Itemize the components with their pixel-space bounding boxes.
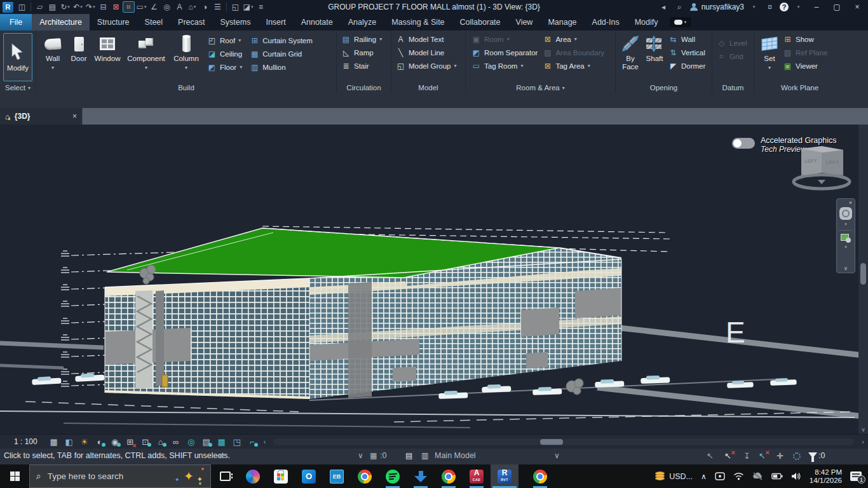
tab-architecture[interactable]: Architecture xyxy=(32,14,90,30)
show-rendering-dialog-icon[interactable]: ◉ xyxy=(107,436,123,447)
opening-by-face-button[interactable]: By Face xyxy=(619,32,642,71)
cart-icon[interactable]: ¤ xyxy=(764,1,776,13)
text-icon[interactable]: A xyxy=(173,1,186,13)
view-tab-close-icon[interactable]: × xyxy=(72,112,77,121)
tab-annotate[interactable]: Annotate xyxy=(294,14,341,30)
copilot-button[interactable] xyxy=(239,464,267,488)
screen-cast-icon[interactable] xyxy=(715,472,725,480)
grid-button[interactable]: ⌗Grid xyxy=(717,50,747,63)
education-app-button[interactable]: EB xyxy=(323,464,351,488)
currency-label[interactable]: USD... xyxy=(669,472,693,481)
crop-view-icon[interactable]: ⊞ xyxy=(123,436,138,447)
tag-by-category-icon[interactable]: ◎ xyxy=(161,1,173,13)
detail-level-icon[interactable]: ▦ xyxy=(46,436,62,447)
accelerated-graphics-toggle[interactable] xyxy=(732,138,755,149)
select-link-icon[interactable]: ↖ xyxy=(707,451,714,461)
navbar-close-icon[interactable]: × xyxy=(849,200,852,206)
tab-view[interactable]: View xyxy=(508,14,541,30)
mullion-button[interactable]: ▥Mullion xyxy=(250,60,313,74)
horizontal-scrollbar[interactable] xyxy=(273,438,854,445)
start-button[interactable] xyxy=(0,464,29,488)
spotify-button[interactable] xyxy=(379,464,407,488)
highlight-displacement-sets-icon[interactable]: ◳ xyxy=(229,436,245,447)
tab-massing-site[interactable]: Massing & Site xyxy=(384,14,452,30)
home-icon[interactable]: ⌂ xyxy=(5,112,10,121)
stair-button[interactable]: ≣Stair xyxy=(341,59,382,72)
tab-collaborate[interactable]: Collaborate xyxy=(452,14,508,30)
navigation-bar[interactable]: × ▾ ▾ ∨ xyxy=(836,198,855,273)
revit-app-icon[interactable]: R xyxy=(3,2,13,13)
vertical-scrollbar[interactable]: ∧ ∨ xyxy=(858,108,868,434)
show-crop-region-icon[interactable]: ⊡ xyxy=(138,436,153,447)
steering-wheel-icon[interactable] xyxy=(839,207,852,220)
area-boundary-button[interactable]: ▨Area Boundary xyxy=(543,46,604,59)
scroll-down-icon[interactable]: ∨ xyxy=(861,425,865,434)
active-design-option-icon[interactable]: ▤ xyxy=(405,451,412,460)
collapse-arrow-icon[interactable]: ◂ xyxy=(658,1,670,13)
chrome-button[interactable] xyxy=(351,464,379,488)
measure-icon[interactable]: ▭▾ xyxy=(135,1,147,13)
user-menu-caret-icon[interactable]: ▾ xyxy=(748,1,760,13)
tab-systems[interactable]: Systems xyxy=(212,14,258,30)
ceiling-button[interactable]: ◪Ceiling xyxy=(207,47,242,60)
modify-button[interactable]: Modify xyxy=(3,33,32,81)
close-inactive-views-icon[interactable]: ◱ xyxy=(229,1,241,13)
reveal-constraints-icon[interactable]: ⌐ xyxy=(245,436,260,447)
door-button[interactable]: Door xyxy=(66,32,92,63)
notification-center-icon[interactable]: 1 xyxy=(850,471,862,481)
worksets-caret-icon[interactable]: ∨ xyxy=(358,451,363,460)
thin-lines-icon[interactable]: ☰ xyxy=(212,1,224,13)
microsoft-store-button[interactable] xyxy=(267,464,295,488)
default-3d-view-icon[interactable]: ⌂▾ xyxy=(186,1,198,13)
minimize-button[interactable]: – xyxy=(808,1,825,13)
tab-insert[interactable]: Insert xyxy=(258,14,293,30)
design-option-name[interactable]: Main Model xyxy=(435,451,476,460)
wheel-menu-caret-icon[interactable]: ▾ xyxy=(844,222,847,227)
tag-room-button[interactable]: ▭Tag Room▾ xyxy=(471,59,538,72)
shadows-icon[interactable]: ◐ xyxy=(92,436,107,447)
temporary-hide-isolate-icon[interactable]: ∞ xyxy=(168,436,184,447)
customize-qat-icon[interactable]: ≡ xyxy=(255,1,267,13)
area-button[interactable]: ⊠Area▾ xyxy=(543,32,604,46)
downloads-button[interactable] xyxy=(407,464,435,488)
visual-style-icon[interactable]: ◧ xyxy=(62,436,77,447)
help-icon[interactable]: ? xyxy=(780,3,789,11)
viewcube[interactable]: LEFT LEFT xyxy=(787,145,857,191)
tray-overflow-icon[interactable]: ∧ xyxy=(701,472,707,481)
switch-windows-icon[interactable]: ◪▾ xyxy=(242,1,254,13)
opening-dormer-button[interactable]: ◤Dormer xyxy=(668,59,705,72)
panel-label-room-area[interactable]: Room & Area▾ xyxy=(466,82,615,93)
level-button[interactable]: ◇Level xyxy=(717,36,747,50)
deselect-elements-icon[interactable]: ↖ xyxy=(724,451,731,461)
tab-steel[interactable]: Steel xyxy=(137,14,171,30)
wall-button[interactable]: Wall▾ xyxy=(39,32,66,72)
chrome-button[interactable] xyxy=(526,464,554,488)
model-text-button[interactable]: AModel Text xyxy=(396,32,457,46)
restore-button[interactable]: ▢ xyxy=(829,1,845,13)
ref-plane-button[interactable]: ▨Ref Plane xyxy=(783,46,828,59)
room-separator-button[interactable]: ◩Room Separator xyxy=(471,46,538,59)
onedrive-paused-icon[interactable] xyxy=(752,472,763,480)
design-option-caret-icon[interactable]: ∨ xyxy=(554,451,560,460)
tab-add-ins[interactable]: Add-Ins xyxy=(585,14,627,30)
editable-worksets-icon[interactable]: ▦ xyxy=(370,451,377,460)
close-button[interactable]: × xyxy=(849,1,865,13)
taskbar-clock[interactable]: 8:42 PM 14/1/2026 xyxy=(810,468,842,485)
tab-precast[interactable]: Precast xyxy=(170,14,212,30)
hscroll-right-icon[interactable]: › xyxy=(862,438,864,445)
curtain-system-button[interactable]: ⊞Curtain System xyxy=(250,34,313,47)
task-view-button[interactable] xyxy=(211,464,239,488)
ramp-button[interactable]: ◺Ramp xyxy=(341,46,382,59)
revit-button[interactable]: RRVT xyxy=(491,464,519,488)
unpin-elements-icon[interactable]: ↖ xyxy=(759,451,766,461)
window-button[interactable]: Window xyxy=(92,32,123,63)
tab-modify[interactable]: Modify xyxy=(627,14,666,30)
opening-vertical-button[interactable]: ⇅Vertical xyxy=(668,46,705,59)
room-button[interactable]: ▣Room▾ xyxy=(471,32,538,46)
opening-wall-button[interactable]: ⇆Wall xyxy=(668,32,705,46)
zoom-tool-icon[interactable] xyxy=(841,234,851,243)
show-analytical-model-icon[interactable]: ▦ xyxy=(214,436,229,447)
align-icon[interactable]: ∠ xyxy=(148,1,160,13)
filter-icon[interactable] xyxy=(808,452,817,458)
opening-shaft-button[interactable]: Shaft xyxy=(642,32,667,63)
